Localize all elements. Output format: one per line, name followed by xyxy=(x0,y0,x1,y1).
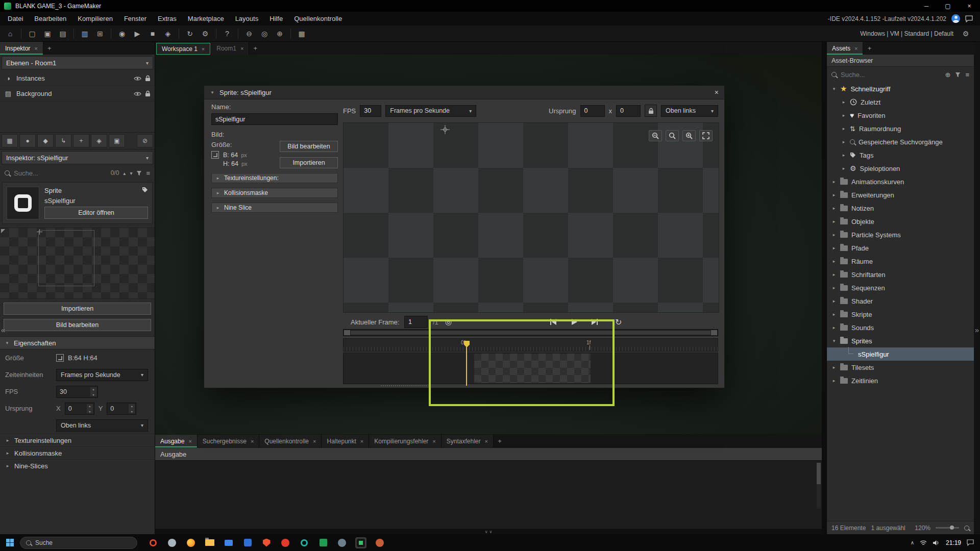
fps-stepper[interactable]: 30 ▴▾ xyxy=(56,386,98,398)
room-editor-button[interactable]: ▦ xyxy=(295,27,309,40)
fit-to-window-button[interactable] xyxy=(699,130,713,141)
zoom-out-button[interactable]: ⊖ xyxy=(242,27,256,40)
edit-image-button[interactable]: Bild bearbeiten xyxy=(280,141,338,152)
strip-drag-handle[interactable] xyxy=(381,385,427,386)
origin-preset-dropdown[interactable]: Oben links ▾ xyxy=(56,419,148,432)
taskbar-app-icon[interactable] xyxy=(185,537,197,548)
close-tab-icon[interactable]: × xyxy=(34,45,37,52)
export-project-button[interactable]: ▥ xyxy=(78,27,92,40)
menu-kompilieren[interactable]: Kompilieren xyxy=(72,12,118,26)
origin-x-stepper[interactable]: 0 ▴▾ xyxy=(65,403,94,415)
collision-mask-section[interactable]: ▸ Kollisionsmaske xyxy=(0,446,155,459)
tab-ausgabe[interactable]: Ausgabe × xyxy=(155,435,198,447)
open-project-button[interactable]: ▣ xyxy=(40,27,55,40)
build-target-text[interactable]: Windows | VM | Standard | Default xyxy=(860,30,953,37)
asset-folder-sounds[interactable]: ▸Sounds xyxy=(827,321,974,334)
origin-x-input[interactable]: 0 xyxy=(580,105,605,117)
asset-folder-zeitlinien[interactable]: ▸Zeitlinien xyxy=(827,374,974,387)
network-icon[interactable] xyxy=(920,540,927,546)
inspector-search[interactable]: Suche... 0/0 ▴ ▾ ≡ xyxy=(0,166,155,180)
asset-sprite-sspielfigur[interactable]: sSpielfigur xyxy=(827,347,974,361)
close-button[interactable]: × xyxy=(959,0,980,12)
output-scrollbar[interactable] xyxy=(817,463,821,509)
origin-y-input[interactable]: 0 xyxy=(616,105,641,117)
add-path-layer-button[interactable]: ↳ xyxy=(55,134,71,147)
close-tab-icon[interactable]: × xyxy=(188,438,191,444)
add-tab-button[interactable]: + xyxy=(43,42,56,55)
menu-datei[interactable]: Datei xyxy=(2,12,29,26)
asset-folder-pfade[interactable]: ▸Pfade xyxy=(827,241,974,255)
texture-settings-section[interactable]: ▸ Textureinstellungen: xyxy=(211,173,338,183)
sprite-name-input[interactable]: sSpielfigur xyxy=(211,113,338,125)
filter-icon[interactable] xyxy=(955,72,961,78)
zoom-out-button[interactable] xyxy=(649,130,662,141)
taskbar-app-icon[interactable] xyxy=(261,537,272,548)
sprite-thumbnail[interactable] xyxy=(7,187,39,219)
asset-search[interactable]: Suche... ⊕ ≡ xyxy=(827,67,974,82)
layer-row-instances[interactable]: ◑ Instances xyxy=(0,71,155,86)
tab-suchergebnisse[interactable]: Suchergebnisse × xyxy=(198,435,260,447)
maximize-button[interactable]: ▢ xyxy=(937,0,959,12)
dialog-titlebar[interactable]: ▾ Sprite: sSpielfigur × xyxy=(204,86,724,99)
play-button[interactable] xyxy=(571,316,578,328)
spin-up-icon[interactable]: ▴ xyxy=(89,404,90,408)
tab-haltepunkt[interactable]: Haltepunkt × xyxy=(322,435,369,447)
scrollbar-right-grip[interactable] xyxy=(711,330,717,335)
save-project-button[interactable]: ▤ xyxy=(56,27,70,40)
zoom-in-button[interactable]: ⊕ xyxy=(273,27,287,40)
timeline-scrollbar[interactable] xyxy=(343,329,718,336)
current-frame-input[interactable]: 1 xyxy=(404,316,428,328)
taskbar-app-icon[interactable] xyxy=(223,537,234,548)
close-tab-icon[interactable]: × xyxy=(240,45,243,52)
minimize-button[interactable]: ─ xyxy=(916,0,937,12)
quick-item-raumordnung[interactable]: ▸ ⇅ Raumordnung xyxy=(827,122,974,135)
taskbar-app-icon[interactable] xyxy=(299,537,310,548)
visibility-eye-icon[interactable] xyxy=(134,91,141,96)
stop-button[interactable]: ■ xyxy=(145,27,160,40)
visibility-eye-icon[interactable] xyxy=(134,76,141,81)
time-units-dropdown[interactable]: Frames pro Sekunde ▾ xyxy=(56,369,148,381)
notification-icon[interactable] xyxy=(967,539,974,546)
origin-y-stepper[interactable]: 0 ▴▾ xyxy=(107,403,136,415)
quick-item-spieloptionen[interactable]: ▸ ⚙ Spieloptionen xyxy=(827,162,974,175)
quick-access-group[interactable]: ▾ ★ Schnellzugriff xyxy=(827,82,974,95)
menu-burger-icon[interactable]: ≡ xyxy=(146,169,150,177)
nine-slice-section[interactable]: ▸ Nine Slice xyxy=(211,203,338,213)
new-project-button[interactable]: ▢ xyxy=(25,27,39,40)
tab-workspace-1[interactable]: Workspace 1 × xyxy=(156,43,210,55)
lock-icon[interactable] xyxy=(145,90,151,97)
tag-icon[interactable] xyxy=(142,187,148,194)
skip-to-start-button[interactable] xyxy=(549,316,557,328)
add-workspace-button[interactable]: + xyxy=(249,42,261,55)
taskbar-app-icon[interactable] xyxy=(374,537,385,548)
asset-folder-sprites[interactable]: ▾ Sprites xyxy=(827,334,974,347)
search-prev-icon[interactable]: ▴ xyxy=(123,170,126,176)
import-button[interactable]: Importieren xyxy=(280,157,338,168)
search-next-icon[interactable]: ▾ xyxy=(130,170,132,176)
taskbar-search[interactable]: Suche xyxy=(20,537,137,549)
tab-inspektor[interactable]: Inspektor × xyxy=(0,42,43,55)
menu-extras[interactable]: Extras xyxy=(152,12,182,26)
collapse-right-panel-handle[interactable]: » xyxy=(974,325,980,334)
quick-item-gespeicherte-suchvorgaenge[interactable]: ▸ Gespeicherte Suchvorgänge xyxy=(827,135,974,148)
tab-room1[interactable]: Room1 × xyxy=(211,42,249,55)
asset-folder-schriftarten[interactable]: ▸Schriftarten xyxy=(827,268,974,281)
menu-hilfe[interactable]: Hilfe xyxy=(264,12,288,26)
asset-folder-erweiterungen[interactable]: ▸Erweiterungen xyxy=(827,188,974,202)
menu-fenster[interactable]: Fenster xyxy=(118,12,152,26)
spin-down-icon[interactable]: ▾ xyxy=(131,410,133,413)
sprite-canvas[interactable] xyxy=(343,122,719,313)
dialog-close-icon[interactable]: × xyxy=(715,88,719,96)
menu-marketplace[interactable]: Marketplace xyxy=(182,12,230,26)
collision-mask-section[interactable]: ▸ Kollisionsmaske xyxy=(211,188,338,198)
spin-up-icon[interactable]: ▴ xyxy=(92,387,94,391)
filter-icon[interactable] xyxy=(136,170,142,176)
collapse-left-panel-handle[interactable]: « xyxy=(0,325,6,334)
asset-folder-particle-systems[interactable]: ▸Particle Systems xyxy=(827,228,974,241)
tab-quellenkontrolle[interactable]: Quellenkontrolle × xyxy=(259,435,322,447)
import-button[interactable]: Importieren xyxy=(4,303,151,315)
skip-to-end-button[interactable] xyxy=(591,316,599,328)
frame-thumbnail[interactable] xyxy=(474,354,591,383)
close-tab-icon[interactable]: × xyxy=(360,438,363,444)
add-effect-layer-button[interactable]: + xyxy=(73,134,89,147)
